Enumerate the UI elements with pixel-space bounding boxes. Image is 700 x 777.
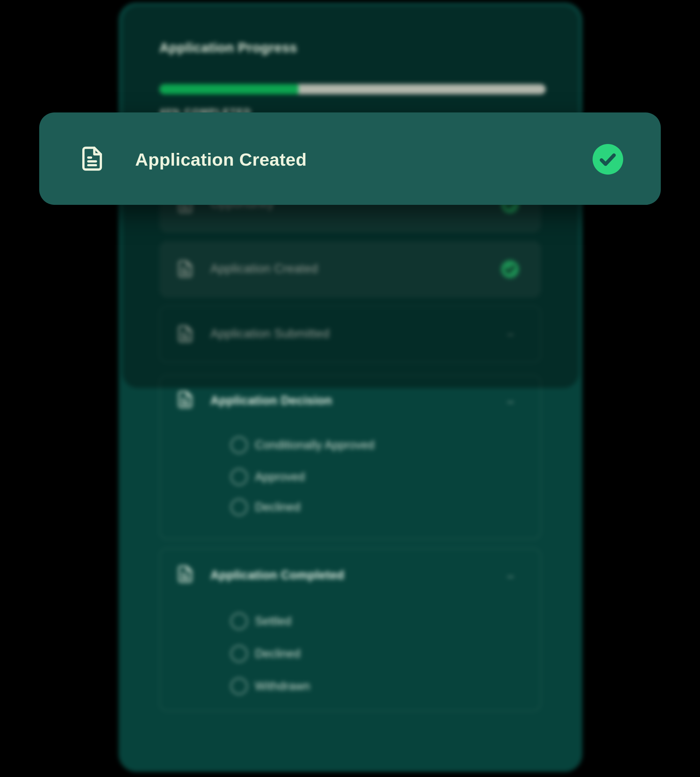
document-icon	[176, 564, 195, 586]
status-dash: –	[507, 395, 513, 408]
progress-bar-fill	[159, 84, 298, 94]
radio-label: Conditionally Approved	[255, 438, 375, 452]
walkthrough-tooltip-card	[39, 113, 661, 205]
tooltip-title: Application Created	[135, 149, 307, 170]
radio-conditionally-approved[interactable]	[230, 436, 248, 454]
radio-label: Withdrawn	[255, 679, 310, 693]
radio-declined-final[interactable]	[230, 645, 248, 662]
stage-label: Application Completed	[210, 568, 344, 582]
radio-label: Declined	[255, 647, 300, 661]
radio-label: Approved	[255, 470, 305, 484]
radio-settled[interactable]	[230, 612, 248, 630]
check-circle-icon	[593, 144, 623, 176]
screenshot-stage: Application Progress 40% COMPLETED Oppor…	[0, 0, 700, 777]
radio-withdrawn[interactable]	[230, 677, 248, 695]
radio-label: Declined	[255, 501, 300, 514]
panel-title: Application Progress	[159, 40, 297, 55]
status-dash: –	[507, 570, 513, 582]
radio-declined[interactable]	[230, 499, 248, 516]
radio-approved[interactable]	[230, 468, 248, 486]
progress-bar	[159, 84, 546, 94]
document-icon	[79, 143, 105, 175]
document-icon	[176, 389, 195, 411]
stage-label: Application Decision	[210, 394, 332, 408]
radio-label: Settled	[255, 614, 292, 628]
